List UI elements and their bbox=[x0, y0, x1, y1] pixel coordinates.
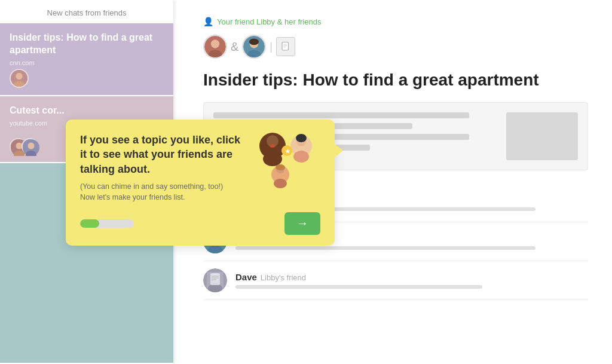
svg-point-1 bbox=[16, 73, 22, 79]
chat-card-2-avatars bbox=[10, 138, 33, 155]
svg-point-21 bbox=[276, 164, 285, 170]
dave-relation: Libby's friend bbox=[261, 273, 306, 282]
pipe-separator: | bbox=[270, 41, 273, 53]
chat-card-1-avatar bbox=[10, 69, 29, 88]
svg-point-15 bbox=[293, 151, 309, 163]
svg-point-12 bbox=[270, 144, 276, 148]
tooltip-arrow bbox=[334, 143, 343, 158]
chat-card-1-source: cnn.com bbox=[10, 59, 164, 66]
svg-rect-30 bbox=[282, 42, 289, 51]
svg-rect-45 bbox=[210, 273, 220, 285]
friend-header-text: Your friend Libby & her friends bbox=[217, 17, 321, 26]
albert-activity-bar bbox=[235, 246, 536, 250]
svg-point-11 bbox=[263, 152, 282, 166]
tooltip-footer: → bbox=[80, 212, 320, 235]
dave-list-avatar bbox=[203, 268, 227, 292]
article-thumbnail bbox=[506, 112, 578, 160]
card-2-avatar-2 bbox=[22, 138, 38, 155]
tooltip-sub2: Now let's make your friends list. bbox=[80, 193, 320, 201]
sidebar-header: New chats from friends bbox=[0, 0, 173, 23]
tooltip-overlay: ★ If you see a topic you like, click it … bbox=[66, 120, 335, 246]
ampersand-separator: & bbox=[231, 40, 238, 54]
dave-info: Dave Libby's friend bbox=[235, 272, 588, 289]
dave-name: Dave bbox=[235, 272, 257, 282]
friend-header: 👤 Your friend Libby & her friends bbox=[203, 17, 588, 26]
tooltip-title: If you see a topic you like, click it to… bbox=[80, 133, 241, 176]
next-button[interactable]: → bbox=[284, 212, 320, 235]
svg-point-24 bbox=[211, 39, 219, 48]
chat-card-2-title: Cutest cor... bbox=[10, 105, 164, 117]
doc-icon[interactable] bbox=[276, 37, 295, 56]
svg-point-29 bbox=[249, 39, 259, 45]
avatar-row: & | bbox=[203, 35, 588, 59]
person-icon: 👤 bbox=[203, 17, 213, 26]
line-1 bbox=[213, 112, 469, 118]
svg-text:★: ★ bbox=[284, 147, 291, 155]
dave-activity-bar bbox=[235, 285, 482, 289]
chat-card-1[interactable]: Insider tips: How to find a great apartm… bbox=[0, 23, 173, 95]
progress-bar-inner bbox=[80, 219, 99, 228]
libby-avatar bbox=[203, 35, 227, 59]
chat-card-1-title: Insider tips: How to find a great apartm… bbox=[10, 32, 164, 57]
progress-bar-outer bbox=[80, 219, 134, 228]
friend-row-dave[interactable]: Dave Libby's friend bbox=[203, 261, 588, 300]
friend-avatar-2 bbox=[242, 35, 266, 59]
svg-point-7 bbox=[28, 143, 35, 149]
progress-bar-wrap bbox=[80, 219, 134, 228]
svg-point-22 bbox=[274, 179, 287, 188]
sidebar: New chats from friends Insider tips: How… bbox=[0, 0, 173, 364]
tooltip-illustration: ★ bbox=[241, 128, 325, 194]
article-title: Insider tips: How to find a great apartm… bbox=[203, 69, 588, 90]
svg-point-16 bbox=[296, 134, 307, 142]
tooltip-card: ★ If you see a topic you like, click it … bbox=[66, 120, 335, 246]
dave-name-row: Dave Libby's friend bbox=[235, 272, 588, 282]
